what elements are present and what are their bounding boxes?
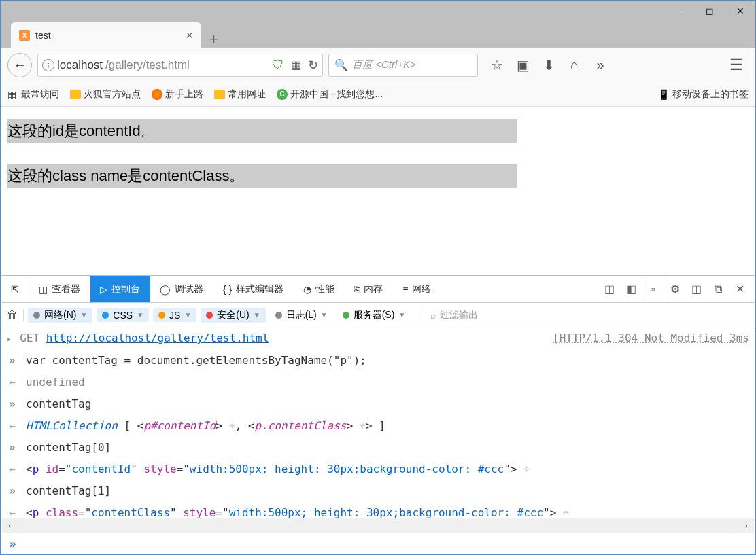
console-row: contentTag[1] — [1, 480, 755, 502]
tab-memory[interactable]: ⎗内存 — [345, 276, 393, 302]
target-icon[interactable]: ⌖ — [229, 419, 235, 432]
scroll-right-icon[interactable]: › — [739, 518, 754, 533]
element-picker-button[interactable]: ⇱ — [1, 276, 29, 302]
window-maximize[interactable]: ◻ — [694, 1, 725, 21]
scroll-left-icon[interactable]: ‹ — [2, 518, 17, 533]
dot-icon — [343, 312, 349, 319]
debugger-icon: ◯ — [160, 284, 171, 295]
firefox-icon — [152, 89, 162, 100]
url-host: localhost — [57, 58, 103, 72]
filter-server[interactable]: 服务器(S)▼ — [337, 308, 411, 323]
address-bar[interactable]: i localhost/gallery/test.html 🛡 ▦ ↻ — [37, 54, 323, 77]
page-viewport: 这段的id是contentId。 这段的class name是contentCl… — [1, 107, 755, 270]
paragraph-contentclass: 这段的class name是contentClass。 — [7, 164, 517, 188]
devtools-toolbar: ⇱ ◫查看器 ▷控制台 ◯调试器 { }样式编辑器 ◔性能 ⎗内存 ≡网络 ◫ … — [1, 276, 755, 303]
navigation-toolbar: ← i localhost/gallery/test.html 🛡 ▦ ↻ 🔍 … — [1, 48, 755, 82]
bookmark-mobile[interactable]: 📱移动设备上的书签 — [658, 88, 749, 101]
new-tab-button[interactable]: + — [209, 31, 218, 48]
picker-icon: ⇱ — [11, 284, 19, 295]
console-filter-bar: 🗑 网络(N)▼ CSS▼ JS▼ 安全(U)▼ 日志(L)▼ 服务器(S)▼ … — [1, 303, 755, 327]
style-icon: { } — [223, 284, 232, 295]
chevron-down-icon: ▼ — [321, 311, 328, 319]
filter-output-input[interactable]: ⌕过滤输出 — [422, 309, 478, 321]
overflow-icon[interactable]: » — [594, 57, 607, 73]
bookmark-ff-official[interactable]: 火狐官方站点 — [70, 88, 141, 101]
site-info-icon[interactable]: i — [42, 59, 54, 71]
responsive-design-icon[interactable]: ▫ — [642, 276, 664, 303]
iframe-selector-icon[interactable]: ◫ — [598, 276, 620, 303]
tab-network[interactable]: ≡网络 — [393, 276, 441, 302]
window-close[interactable]: ✕ — [725, 1, 755, 21]
horizontal-scrollbar[interactable]: ‹ › — [2, 518, 754, 533]
back-button[interactable]: ← — [7, 53, 32, 77]
console-row: GET http://localhost/gallery/test.html [… — [1, 327, 755, 350]
tab-debugger[interactable]: ◯调试器 — [150, 276, 213, 302]
grid-icon: ▦ — [7, 89, 18, 100]
dot-icon — [206, 312, 213, 319]
shield-icon[interactable]: 🛡 — [272, 58, 284, 72]
dock-popout-icon[interactable]: ⧉ — [707, 276, 729, 303]
input-marker-icon — [7, 353, 18, 369]
pocket-icon[interactable]: ▣ — [516, 57, 530, 73]
devtools-settings-icon[interactable]: ⚙ — [664, 276, 685, 303]
folder-icon — [70, 90, 81, 99]
memory-icon: ⎗ — [354, 284, 360, 295]
input-marker-icon — [7, 396, 18, 412]
output-marker-icon — [7, 418, 18, 434]
dock-side-icon[interactable]: ◫ — [685, 276, 707, 303]
bookmark-oschina[interactable]: C开源中国 - 找到您想... — [277, 88, 383, 101]
phone-icon: 📱 — [658, 89, 670, 100]
devtools-close-icon[interactable]: ✕ — [729, 276, 751, 303]
target-icon[interactable]: ⌖ — [360, 419, 366, 432]
console-output[interactable]: GET http://localhost/gallery/test.html [… — [1, 327, 755, 524]
tab-inspector[interactable]: ◫查看器 — [29, 276, 90, 302]
console-row: undefined — [1, 372, 755, 393]
tab-title: test — [35, 30, 180, 41]
search-placeholder: 百度 <Ctrl+K> — [352, 58, 416, 71]
browser-tab[interactable]: X test × — [11, 22, 201, 48]
url-path: /gallery/test.html — [105, 58, 190, 72]
dot-icon — [158, 312, 165, 319]
window-minimize[interactable]: — — [664, 1, 694, 21]
chevron-down-icon: ▼ — [80, 311, 87, 319]
search-bar[interactable]: 🔍 百度 <Ctrl+K> — [328, 54, 478, 77]
chevron-down-icon: ▼ — [184, 311, 191, 319]
bookmark-most-visited[interactable]: ▦最常访问 — [7, 88, 59, 101]
output-marker-icon — [7, 374, 18, 391]
chevron-down-icon: ▼ — [137, 311, 143, 319]
filter-security[interactable]: 安全(U)▼ — [201, 308, 265, 323]
bookmark-common[interactable]: 常用网址 — [214, 88, 266, 101]
menu-button[interactable]: ☰ — [724, 56, 749, 74]
output-marker-icon — [7, 461, 18, 478]
console-row: contentTag — [1, 393, 755, 415]
noflash-icon[interactable]: ◧ — [620, 276, 642, 303]
filter-network[interactable]: 网络(N)▼ — [28, 308, 92, 323]
downloads-icon[interactable]: ⬇ — [542, 57, 555, 73]
tab-close-icon[interactable]: × — [186, 29, 193, 43]
console-prompt[interactable]: » — [2, 533, 754, 554]
console-icon: ▷ — [100, 284, 107, 295]
bookmark-getting-started[interactable]: 新手上路 — [152, 88, 203, 101]
tab-console[interactable]: ▷控制台 — [90, 276, 150, 302]
filter-js[interactable]: JS▼ — [153, 308, 196, 322]
input-marker-icon — [7, 483, 18, 499]
target-icon[interactable]: ⌖ — [523, 463, 530, 476]
filter-log[interactable]: 日志(L)▼ — [270, 308, 333, 323]
tab-performance[interactable]: ◔性能 — [294, 276, 345, 302]
qr-icon[interactable]: ▦ — [291, 58, 301, 71]
console-row: contentTag[0] — [1, 437, 755, 459]
home-icon[interactable]: ⌂ — [568, 57, 581, 73]
expand-icon[interactable] — [7, 330, 12, 347]
bookmark-star-icon[interactable]: ☆ — [490, 57, 504, 73]
scroll-track[interactable] — [17, 518, 739, 533]
tab-style-editor[interactable]: { }样式编辑器 — [213, 276, 294, 302]
clear-console-icon[interactable]: 🗑 — [7, 309, 24, 321]
reload-icon[interactable]: ↻ — [308, 58, 318, 73]
network-icon: ≡ — [402, 284, 408, 295]
input-marker-icon — [7, 440, 18, 456]
bookmarks-toolbar: ▦最常访问 火狐官方站点 新手上路 常用网址 C开源中国 - 找到您想... 📱… — [1, 82, 755, 107]
filter-css[interactable]: CSS▼ — [97, 308, 149, 322]
dot-icon — [33, 312, 40, 319]
chevron-down-icon: ▼ — [254, 311, 260, 319]
paragraph-contentid: 这段的id是contentId。 — [7, 119, 517, 143]
